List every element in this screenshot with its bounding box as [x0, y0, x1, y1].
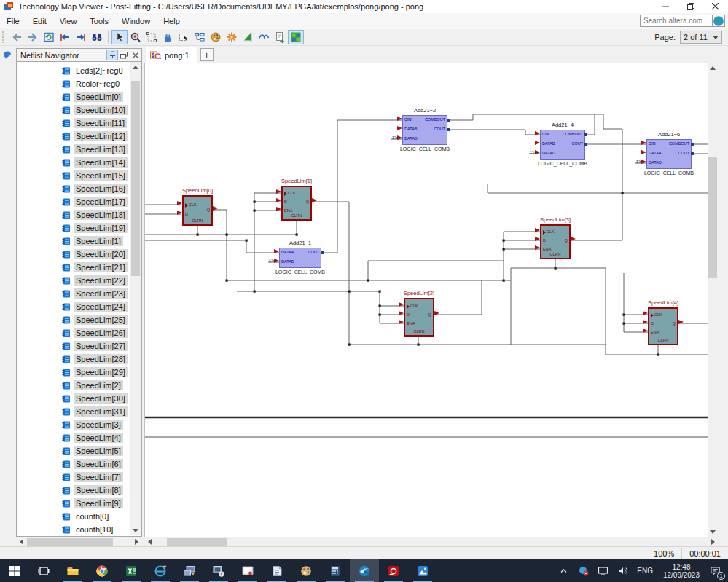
schematic-canvas[interactable]: SpeedLim[0]CLKDQCLRNSpeedLim[1]CLKDENAQC…	[144, 63, 718, 537]
list-item[interactable]: SpeedLim[3]	[17, 418, 132, 431]
taskbar-remote-desktop-button[interactable]	[175, 559, 204, 582]
list-item[interactable]: SpeedLim[15]	[17, 169, 132, 182]
block-body[interactable]: CLKDENAQCLRN	[404, 298, 434, 337]
next-page-button[interactable]	[73, 30, 89, 44]
previous-page-button[interactable]	[57, 30, 73, 44]
list-item[interactable]: SpeedLim[2]	[17, 379, 132, 392]
list-item[interactable]: SpeedLim[9]	[17, 497, 132, 510]
block-body[interactable]: CINDATABDATADCOMBOUTCOUT	[540, 130, 585, 160]
new-tab-button[interactable]: +	[200, 48, 214, 61]
restore-button[interactable]	[678, 0, 703, 13]
list-item[interactable]: SpeedLim[17]	[17, 195, 132, 208]
forward-button[interactable]	[25, 30, 41, 44]
list-item[interactable]: SpeedLim[7]	[17, 471, 132, 484]
tray-volume-button[interactable]	[613, 559, 633, 582]
taskbar-chrome-button[interactable]	[87, 559, 117, 582]
back-button[interactable]	[9, 30, 25, 44]
list-item[interactable]: SpeedLim[16]	[17, 182, 132, 195]
scroll-left-button[interactable]	[17, 537, 26, 546]
taskbar-software-install-button[interactable]	[204, 559, 233, 582]
close-button[interactable]	[703, 0, 728, 13]
tab-pong[interactable]: pong:1	[146, 47, 197, 63]
refresh-window-button[interactable]	[41, 30, 57, 44]
canvas-vscroll-thumb[interactable]	[708, 157, 717, 278]
block-body[interactable]: CINDATAADATADCOMBOUTCOUT	[646, 139, 692, 169]
taskbar-paint-button[interactable]	[291, 559, 321, 582]
taskbar-excel-button[interactable]	[117, 559, 146, 582]
taskbar-photos-button[interactable]	[408, 559, 437, 582]
list-item[interactable]: SpeedLim[1]	[17, 235, 132, 248]
search-globe-button[interactable]	[713, 15, 725, 27]
list-item[interactable]: counth[0]	[17, 510, 132, 523]
pin-panel-button[interactable]	[106, 50, 118, 60]
block-body[interactable]: CLKDENAQCLRN	[281, 186, 312, 221]
report-button[interactable]	[240, 30, 256, 44]
taskbar-task-view-button[interactable]	[29, 559, 58, 582]
block-body[interactable]: CINDATABDATADCOMBOUTCOUT	[402, 115, 447, 145]
navigator-hscroll-thumb[interactable]	[27, 538, 113, 546]
list-item[interactable]: SpeedLim[25]	[17, 313, 132, 326]
tray-chevron-button[interactable]	[554, 559, 574, 582]
menu-tools[interactable]: Tools	[83, 13, 115, 29]
scroll-up-button[interactable]	[130, 62, 141, 72]
list-item[interactable]: counth[10]	[17, 523, 132, 536]
canvas-scroll-right-button[interactable]	[708, 537, 718, 546]
list-item[interactable]: Rcolor~reg0	[17, 77, 132, 90]
docked-panel-icon[interactable]	[3, 50, 12, 60]
list-item[interactable]: SpeedLim[30]	[17, 392, 132, 405]
list-item[interactable]: SpeedLim[4]	[17, 431, 132, 444]
minimize-button[interactable]	[654, 0, 678, 13]
pan-tool-button[interactable]	[160, 30, 176, 44]
tray-status-button[interactable]	[574, 559, 593, 582]
list-item[interactable]: Leds[2]~reg0	[17, 64, 132, 77]
menu-file[interactable]: File	[0, 13, 26, 29]
list-item[interactable]: SpeedLim[31]	[17, 405, 132, 418]
settings-button[interactable]	[224, 30, 240, 44]
menu-view[interactable]: View	[53, 13, 84, 29]
list-item[interactable]: SpeedLim[29]	[17, 366, 132, 379]
close-panel-button[interactable]	[130, 50, 141, 60]
list-item[interactable]: SpeedLim[13]	[17, 143, 132, 156]
color-settings-button[interactable]	[208, 30, 224, 44]
list-item[interactable]: SpeedLim[22]	[17, 274, 132, 287]
list-item[interactable]: SpeedLim[10]	[17, 103, 132, 117]
scroll-down-button[interactable]	[130, 525, 141, 535]
rubber-band-select-button[interactable]	[176, 30, 192, 44]
canvas-scroll-left-button[interactable]	[145, 537, 154, 546]
bird-eye-view-button[interactable]	[256, 30, 272, 44]
list-item[interactable]: SpeedLim[18]	[17, 208, 132, 221]
taskbar-quartus-button[interactable]	[350, 559, 379, 582]
hierarchy-button[interactable]	[192, 30, 208, 44]
list-item[interactable]: SpeedLim[6]	[17, 457, 132, 471]
list-item[interactable]: SpeedLim[23]	[17, 287, 132, 300]
language-indicator[interactable]: ENG	[633, 559, 657, 582]
list-item[interactable]: SpeedLim[5]	[17, 444, 132, 457]
list-item[interactable]: SpeedLim[21]	[17, 261, 132, 274]
select-tool-button[interactable]	[111, 30, 128, 44]
canvas-scroll-down-button[interactable]	[708, 527, 718, 537]
list-item[interactable]: SpeedLim[26]	[17, 326, 132, 339]
list-item[interactable]: SpeedLim[0]	[17, 90, 132, 103]
block-body[interactable]: CLKDENAQCLRN	[540, 224, 571, 259]
canvas-hscroll-thumb[interactable]	[167, 538, 227, 546]
toolbar-grip[interactable]	[2, 31, 7, 43]
taskbar-start-button[interactable]	[0, 559, 29, 582]
search-input[interactable]	[640, 15, 713, 27]
page-selector[interactable]: 2 of 11	[680, 31, 722, 44]
list-item[interactable]: SpeedLim[14]	[17, 156, 132, 169]
scroll-right-button[interactable]	[132, 537, 141, 546]
notification-center-button[interactable]: 1	[705, 559, 728, 582]
export-button[interactable]	[272, 30, 288, 44]
list-item[interactable]: SpeedLim[8]	[17, 484, 132, 497]
taskbar-explorer-button[interactable]	[58, 559, 87, 582]
menu-window[interactable]: Window	[115, 13, 157, 29]
taskbar-notepad-button[interactable]	[262, 559, 291, 582]
taskbar-calculator-button[interactable]	[321, 559, 350, 582]
zoom-tool-button[interactable]	[128, 30, 144, 44]
list-item[interactable]: SpeedLim[19]	[17, 221, 132, 235]
rubber-band-zoom-button[interactable]	[144, 30, 160, 44]
list-item[interactable]: SpeedLim[12]	[17, 130, 132, 143]
list-item[interactable]: SpeedLim[24]	[17, 300, 132, 313]
float-panel-button[interactable]	[118, 50, 130, 60]
list-item[interactable]: SpeedLim[11]	[17, 117, 132, 130]
